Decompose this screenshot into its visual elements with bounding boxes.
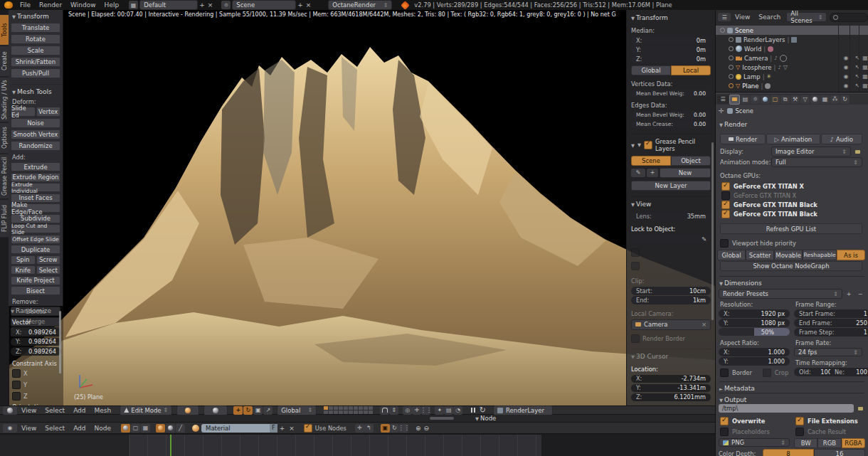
scale-button[interactable]: Scale [11, 46, 60, 55]
expand-icon[interactable] [729, 74, 734, 79]
aspect-x-field[interactable]: X:1.000 [719, 348, 790, 356]
outliner-row-scene[interactable]: Scene [716, 26, 868, 35]
space-local-button[interactable]: Local [671, 65, 711, 75]
gp-object-button[interactable]: Object [671, 156, 711, 166]
outliner-filter-selector[interactable]: All Scenes⇕ [786, 12, 827, 22]
menu-window[interactable]: Window [66, 0, 100, 10]
rotate-button[interactable]: Rotate [11, 34, 60, 44]
gpu-checkbox[interactable] [721, 191, 730, 200]
audio-button[interactable]: ♪ Audio [821, 134, 862, 144]
mean-bevel-weight-edge-field[interactable]: Mean Bevel Weig:0.00 [631, 111, 711, 120]
editor-type-3dview-icon[interactable] [3, 406, 17, 415]
clip-end-field[interactable]: End:1km [631, 296, 711, 304]
tab-physics-icon[interactable]: ↻ [840, 95, 850, 104]
knife-project-button[interactable]: Knife Project [11, 276, 60, 285]
timeline-playhead[interactable] [170, 435, 171, 456]
constraint-y-checkbox[interactable] [12, 381, 21, 389]
n-panel-scrollbar[interactable] [711, 142, 714, 320]
offset-edge-slide-button[interactable]: Offset Edge Slide [11, 235, 60, 244]
tab-data-icon[interactable]: ▽ [800, 95, 810, 104]
render-presets-selector[interactable]: Render Presets⇕ [719, 289, 842, 299]
proportional-edit-icon[interactable]: ◎ [403, 406, 412, 415]
mean-crease-field[interactable]: Mean Crease:0.00 [631, 120, 711, 129]
layout-selector[interactable]: Default [139, 0, 198, 10]
slide-vertex-button[interactable]: Vertex [36, 107, 61, 117]
node-canvas-scrollbar[interactable] [430, 417, 454, 420]
render-settings-icon[interactable]: ▤ [444, 406, 453, 415]
eyedropper-icon[interactable]: ✎ [702, 235, 706, 243]
layout-add-button[interactable]: + [198, 0, 206, 10]
manipulator-scale-icon[interactable]: ▣ [253, 406, 263, 415]
gp-new-button[interactable]: New [660, 168, 711, 178]
tab-render-layers-icon[interactable]: ▤ [741, 95, 750, 104]
space-global-button[interactable]: Global [631, 65, 671, 75]
snap-mode-node-icon[interactable]: ↰ [364, 424, 374, 433]
expand-icon[interactable] [729, 55, 734, 60]
noise-button[interactable]: Noise [11, 118, 60, 128]
view3d-menu-mesh[interactable]: Mesh [90, 405, 116, 415]
gp-scene-button[interactable]: Scene [631, 156, 671, 166]
panel-output[interactable]: Output [719, 393, 864, 403]
renderability-icon[interactable]: ▦ [860, 53, 868, 63]
mode-global-button[interactable]: Global [717, 250, 746, 260]
scene-close-button[interactable]: × [305, 0, 313, 10]
render-border-checkbox[interactable] [631, 334, 640, 343]
end-frame-field[interactable]: End Frame:250 [794, 319, 868, 327]
lock-camera-checkbox[interactable] [631, 248, 640, 257]
expand-icon[interactable] [729, 65, 734, 70]
tree-type-texture-icon[interactable]: ▦ [141, 424, 150, 433]
octane-material-icon[interactable]: ◔ [453, 406, 462, 415]
view3d-menu-view[interactable]: View [17, 405, 41, 415]
viewport-shading-selector[interactable] [176, 405, 199, 415]
engine-selector[interactable]: OctaneRender⇕ [328, 0, 392, 10]
tree-type-world-icon[interactable]: ▢ [131, 424, 140, 433]
panel-grease-pencil-layers[interactable]: Grease Pencil Layers [655, 138, 711, 152]
panel-metadata[interactable]: Metadata [719, 381, 864, 392]
editor-type-outliner-icon[interactable]: ☰ [718, 13, 731, 21]
renderability-icon[interactable]: ▦ [860, 81, 868, 90]
outliner-row-camera[interactable]: Camera | ♪ ◉ ↖ ▦ [716, 53, 868, 63]
smooth-vertex-button[interactable]: Smooth Vertex [11, 129, 60, 139]
outliner-search-input[interactable] [830, 13, 868, 22]
outliner-row-icosphere[interactable]: ▽ Icosphere | ♪ ▽ ◉ ↖ ▦ [716, 63, 868, 72]
median-y-field[interactable]: Y:0m [631, 46, 711, 54]
depth-16-button[interactable]: 16 [814, 449, 865, 456]
node-menu-select[interactable]: Select [41, 423, 69, 433]
use-nodes-checkbox[interactable] [304, 424, 312, 433]
render-button[interactable]: Render [720, 134, 766, 144]
timeline-grid[interactable] [128, 435, 542, 456]
tab-particles-icon[interactable]: ⁂ [830, 95, 840, 104]
knife-button[interactable]: Knife [11, 265, 36, 275]
constraint-x-checkbox[interactable] [12, 369, 21, 378]
crop-checkbox[interactable] [763, 368, 771, 377]
snap-node-icon[interactable]: ✛ [355, 424, 364, 433]
renderlayer-selector[interactable]: RenderLayer [493, 405, 553, 415]
channels-rgba-button[interactable]: RGBA [842, 438, 865, 448]
make-edge-face-button[interactable]: Make Edge/Face [11, 203, 60, 213]
expand-icon[interactable] [729, 83, 734, 88]
manipulator-translate-icon[interactable]: + [233, 406, 243, 415]
resolution-y-field[interactable]: Y:1080 px [719, 319, 790, 327]
outliner-row-plane[interactable]: ▽ Plane | ◉ ↖ ▦ [716, 81, 868, 90]
duplicate-button[interactable]: Duplicate [11, 245, 60, 254]
shader-world-icon[interactable] [166, 424, 175, 433]
layers-widget[interactable] [324, 406, 373, 414]
show-octane-nodegraph-button[interactable]: Show Octane NodeGraph [720, 261, 862, 271]
panel-3d-cursor[interactable]: 3D Cursor [631, 349, 711, 360]
extrude-button[interactable]: Extrude [11, 162, 60, 171]
cursor-x-field[interactable]: X:-2.734m [631, 375, 711, 383]
render-ao-icon[interactable]: ✦ [435, 406, 444, 415]
output-path-field[interactable]: /tmp\ [719, 404, 854, 413]
output-folder-icon[interactable] [856, 404, 865, 413]
menu-file[interactable]: File [16, 0, 35, 10]
menu-help[interactable]: Help [100, 0, 124, 10]
expand-icon[interactable] [729, 37, 734, 42]
gp-add-icon[interactable]: + [647, 169, 658, 177]
menu-render[interactable]: Render [35, 0, 66, 10]
refresh-gpu-list-button[interactable]: Refresh GPU List [720, 223, 862, 234]
vector-z-field[interactable]: Z:0.989264 [11, 347, 61, 356]
material-add-button[interactable]: + [277, 423, 287, 433]
folder-icon[interactable] [853, 147, 862, 156]
overwrite-checkbox[interactable] [720, 417, 729, 425]
panel-render[interactable]: Render [719, 121, 747, 128]
